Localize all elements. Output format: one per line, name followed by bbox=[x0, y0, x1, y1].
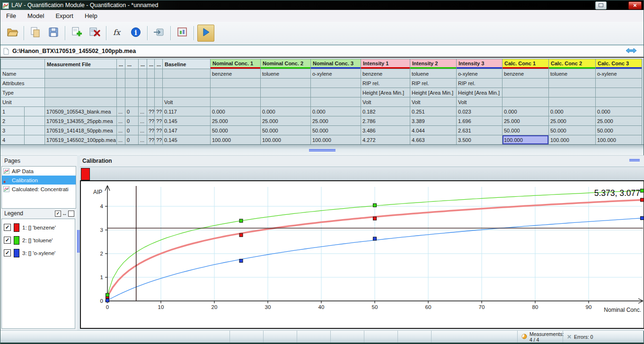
cell[interactable]: ... bbox=[117, 116, 125, 126]
cell[interactable] bbox=[147, 79, 155, 88]
close-button[interactable]: ✕ bbox=[628, 1, 642, 9]
column-header-nominal-conc-1[interactable]: Nominal Conc. 1 bbox=[211, 59, 261, 69]
row-number[interactable]: 2 bbox=[1, 116, 25, 126]
nominal-conc-cell[interactable]: 25.000 bbox=[311, 116, 361, 126]
cell[interactable]: ... bbox=[139, 126, 147, 135]
cell[interactable] bbox=[25, 135, 45, 145]
cell[interactable]: toluene bbox=[261, 69, 311, 79]
cell[interactable]: Volt bbox=[361, 97, 410, 107]
measurement-file-cell[interactable]: 170519_145502_100ppb.mea bbox=[45, 135, 117, 145]
cell[interactable] bbox=[596, 97, 642, 107]
cell[interactable]: Height [Area Min.] bbox=[410, 88, 457, 97]
cell[interactable]: benzene bbox=[503, 69, 549, 79]
cell[interactable] bbox=[155, 69, 163, 79]
cell[interactable] bbox=[549, 88, 596, 97]
calc-conc-cell[interactable]: 50.000 bbox=[549, 126, 596, 135]
measurement-file-cell[interactable]: 170519_134355_25ppb.mea bbox=[45, 116, 117, 126]
nominal-conc-cell[interactable]: 100.000 bbox=[211, 135, 261, 145]
cell[interactable]: RIP rel. bbox=[457, 79, 503, 88]
corner-header[interactable] bbox=[1, 59, 45, 69]
nominal-conc-cell[interactable]: 0.000 bbox=[261, 107, 311, 116]
column-header-nominal-conc-2[interactable]: Nominal Conc. 2 bbox=[261, 59, 311, 69]
intensity-cell[interactable]: 2.631 bbox=[457, 126, 503, 135]
cell[interactable]: benzene bbox=[211, 69, 261, 79]
cell[interactable] bbox=[25, 107, 45, 116]
remove-measurement-button[interactable] bbox=[87, 25, 103, 41]
checkbox-icon[interactable]: ✓ bbox=[4, 224, 11, 231]
cell[interactable]: ?? bbox=[155, 116, 163, 126]
cell[interactable] bbox=[117, 79, 125, 88]
intensity-cell[interactable]: 0.023 bbox=[457, 107, 503, 116]
cell[interactable] bbox=[125, 79, 139, 88]
cell[interactable] bbox=[25, 116, 45, 126]
menu-help[interactable]: Help bbox=[79, 11, 103, 21]
cell[interactable]: Volt bbox=[163, 97, 211, 107]
cell[interactable] bbox=[139, 79, 147, 88]
column-header-intensity-1[interactable]: Intensity 1 bbox=[361, 59, 410, 69]
cell[interactable] bbox=[596, 79, 642, 88]
cell[interactable]: ?? bbox=[147, 107, 155, 116]
cell[interactable] bbox=[211, 88, 261, 97]
cell[interactable]: 0 bbox=[125, 126, 139, 135]
cell[interactable] bbox=[211, 97, 261, 107]
cell[interactable]: ... bbox=[117, 126, 125, 135]
column-header-baseline[interactable]: Baseline bbox=[163, 59, 211, 69]
column-header-narrow[interactable]: ... bbox=[139, 59, 147, 69]
column-header-calc-conc-2[interactable]: Calc. Conc 2 bbox=[549, 59, 596, 69]
cell[interactable]: ... bbox=[139, 107, 147, 116]
calc-conc-cell[interactable]: 25.000 bbox=[596, 116, 642, 126]
measurement-file-cell[interactable]: 170509_105543_blank.mea bbox=[45, 107, 117, 116]
cell[interactable]: ... bbox=[139, 116, 147, 126]
cell[interactable] bbox=[45, 69, 117, 79]
row-label[interactable]: Unit bbox=[1, 97, 45, 107]
calc-conc-cell[interactable]: 0.000 bbox=[549, 107, 596, 116]
baseline-cell[interactable]: 0.145 bbox=[163, 135, 211, 145]
calc-conc-cell[interactable]: 0.000 bbox=[503, 107, 549, 116]
cell[interactable] bbox=[503, 79, 549, 88]
cell[interactable]: ?? bbox=[155, 107, 163, 116]
cell[interactable] bbox=[503, 97, 549, 107]
calc-conc-cell[interactable]: 50.000 bbox=[503, 126, 549, 135]
intensity-cell[interactable]: 0.182 bbox=[361, 107, 410, 116]
add-measurement-button[interactable] bbox=[69, 25, 85, 41]
save-button[interactable] bbox=[45, 25, 62, 41]
column-header-calc-conc-3[interactable]: Calc. Conc 3 bbox=[596, 59, 642, 69]
horizontal-splitter[interactable] bbox=[0, 144, 644, 155]
column-header-calc-conc-1[interactable]: Calc. Conc 1 bbox=[503, 59, 549, 69]
cell[interactable] bbox=[139, 97, 147, 107]
expand-horizontal-icon[interactable] bbox=[626, 47, 637, 54]
cell[interactable] bbox=[155, 88, 163, 97]
nominal-conc-cell[interactable]: 0.000 bbox=[211, 107, 261, 116]
column-header-narrow[interactable]: ... bbox=[117, 59, 125, 69]
nominal-conc-cell[interactable]: 50.000 bbox=[261, 126, 311, 135]
legend-item[interactable]: ✓1: [] 'benzene' bbox=[2, 221, 75, 234]
cell[interactable]: Height [Area Min.] bbox=[361, 88, 410, 97]
column-header-intensity-2[interactable]: Intensity 2 bbox=[410, 59, 457, 69]
cell[interactable]: ?? bbox=[147, 126, 155, 135]
cell[interactable] bbox=[211, 79, 261, 88]
intensity-cell[interactable]: 0.251 bbox=[410, 107, 457, 116]
cell[interactable]: ?? bbox=[147, 135, 155, 145]
menu-file[interactable]: File bbox=[0, 11, 22, 21]
cell[interactable] bbox=[147, 97, 155, 107]
intensity-cell[interactable]: 3.389 bbox=[410, 116, 457, 126]
export-button[interactable] bbox=[151, 25, 167, 41]
intensity-cell[interactable]: 4.272 bbox=[361, 135, 410, 145]
cell[interactable] bbox=[163, 79, 211, 88]
baseline-cell[interactable]: 0.117 bbox=[163, 107, 211, 116]
cell[interactable] bbox=[117, 69, 125, 79]
legend-item[interactable]: ✓3: [] 'o-xylene' bbox=[2, 247, 75, 259]
selected-cell[interactable]: 100.000 bbox=[503, 135, 549, 145]
intensity-cell[interactable]: 3.486 bbox=[361, 126, 410, 135]
checkbox-icon[interactable]: ✓ bbox=[4, 249, 11, 256]
measurement-file-cell[interactable]: 170519_141418_50ppb.mea bbox=[45, 126, 117, 135]
calibration-plot[interactable]: 010203040506070809001234AIPNominal Conc.… bbox=[81, 181, 644, 328]
cell[interactable] bbox=[155, 79, 163, 88]
cell[interactable] bbox=[155, 97, 163, 107]
cell[interactable] bbox=[125, 97, 139, 107]
baseline-cell[interactable]: 0.145 bbox=[163, 116, 211, 126]
cell[interactable]: ... bbox=[117, 135, 125, 145]
nominal-conc-cell[interactable]: 50.000 bbox=[211, 126, 261, 135]
column-header-narrow[interactable]: ... bbox=[125, 59, 139, 69]
open-button[interactable] bbox=[4, 25, 20, 41]
